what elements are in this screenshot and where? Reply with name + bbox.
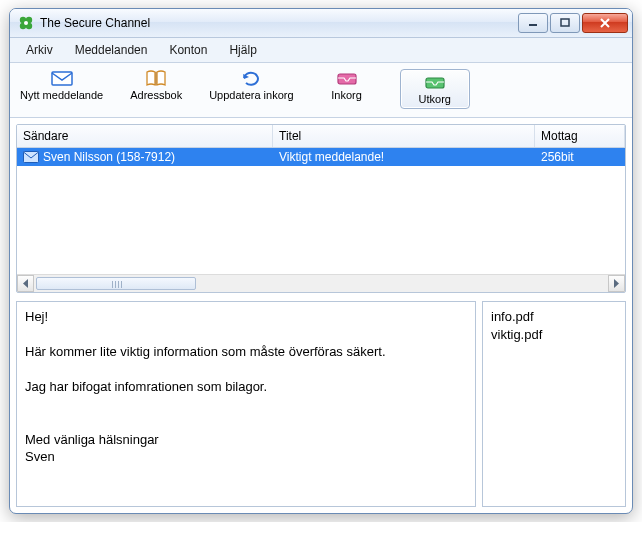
preview-panes: Hej! Här kommer lite viktig information …: [16, 301, 626, 507]
row-sender: Sven Nilsson (158-7912): [43, 150, 175, 164]
message-envelope-icon: [23, 151, 39, 163]
refresh-inbox-button[interactable]: Uppdatera inkorg: [209, 69, 293, 101]
inbox-icon: [336, 69, 358, 87]
grid-body: Sven Nilsson (158-7912) Viktigt meddelan…: [17, 148, 625, 274]
attachment-item[interactable]: info.pdf: [491, 308, 617, 326]
svg-rect-9: [338, 74, 356, 84]
menu-meddelanden[interactable]: Meddelanden: [65, 40, 158, 60]
app-window: The Secure Channel Arkiv Meddelanden Kon…: [9, 8, 633, 514]
outbox-button[interactable]: Utkorg: [400, 69, 470, 109]
outbox-icon: [424, 73, 446, 91]
client-area: Sändare Titel Mottag Sven Nilsson (158-7…: [10, 118, 632, 513]
refresh-label: Uppdatera inkorg: [209, 89, 293, 101]
attachments-pane: info.pdf viktig.pdf: [482, 301, 626, 507]
menu-konton[interactable]: Konton: [159, 40, 217, 60]
svg-point-4: [24, 21, 28, 25]
message-list: Sändare Titel Mottag Sven Nilsson (158-7…: [16, 124, 626, 293]
svg-rect-11: [24, 152, 39, 163]
book-icon: [145, 69, 167, 87]
envelope-icon: [51, 69, 73, 87]
message-body-pane[interactable]: Hej! Här kommer lite viktig information …: [16, 301, 476, 507]
window-controls: [518, 13, 628, 33]
svg-rect-10: [426, 78, 444, 88]
scroll-right-button[interactable]: [608, 275, 625, 292]
col-title[interactable]: Titel: [273, 125, 535, 147]
menu-hjalp[interactable]: Hjälp: [219, 40, 266, 60]
menu-arkiv[interactable]: Arkiv: [16, 40, 63, 60]
minimize-button[interactable]: [518, 13, 548, 33]
menubar: Arkiv Meddelanden Konton Hjälp: [10, 38, 632, 63]
scroll-thumb[interactable]: [36, 277, 196, 290]
scroll-track[interactable]: [34, 275, 608, 292]
outbox-label: Utkorg: [419, 93, 451, 105]
titlebar: The Secure Channel: [10, 9, 632, 38]
scroll-left-button[interactable]: [17, 275, 34, 292]
addressbook-label: Adressbok: [130, 89, 182, 101]
attachment-item[interactable]: viktig.pdf: [491, 326, 617, 344]
inbox-label: Inkorg: [331, 89, 362, 101]
app-icon: [18, 15, 34, 31]
new-message-label: Nytt meddelande: [20, 89, 103, 101]
window-title: The Secure Channel: [40, 16, 518, 30]
col-sender[interactable]: Sändare: [17, 125, 273, 147]
addressbook-button[interactable]: Adressbok: [121, 69, 191, 101]
inbox-button[interactable]: Inkorg: [312, 69, 382, 101]
svg-rect-6: [561, 19, 569, 26]
col-received[interactable]: Mottag: [535, 125, 625, 147]
maximize-button[interactable]: [550, 13, 580, 33]
svg-rect-7: [52, 72, 72, 85]
new-message-button[interactable]: Nytt meddelande: [20, 69, 103, 101]
row-received: 256bit: [535, 150, 625, 164]
refresh-icon: [240, 69, 262, 87]
table-row[interactable]: Sven Nilsson (158-7912) Viktigt meddelan…: [17, 148, 625, 166]
row-title: Viktigt meddelande!: [273, 150, 535, 164]
column-headers: Sändare Titel Mottag: [17, 125, 625, 148]
horizontal-scrollbar[interactable]: [17, 274, 625, 292]
close-button[interactable]: [582, 13, 628, 33]
toolbar: Nytt meddelande Adressbok Uppdatera inko…: [10, 63, 632, 118]
